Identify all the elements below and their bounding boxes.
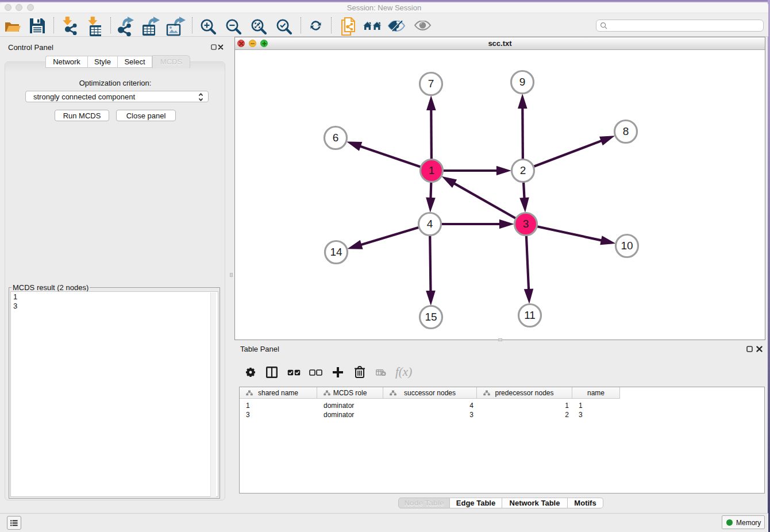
svg-text:1: 1	[429, 164, 435, 176]
svg-text:6: 6	[333, 132, 339, 144]
svg-text:15: 15	[425, 311, 437, 323]
svg-text:10: 10	[621, 240, 633, 252]
svg-text:7: 7	[428, 78, 434, 90]
svg-text:2: 2	[520, 164, 526, 176]
svg-text:14: 14	[330, 246, 342, 258]
svg-text:11: 11	[524, 309, 536, 321]
svg-text:3: 3	[523, 218, 529, 230]
svg-text:4: 4	[427, 218, 433, 230]
svg-text:8: 8	[623, 125, 629, 137]
svg-text:9: 9	[519, 76, 526, 88]
